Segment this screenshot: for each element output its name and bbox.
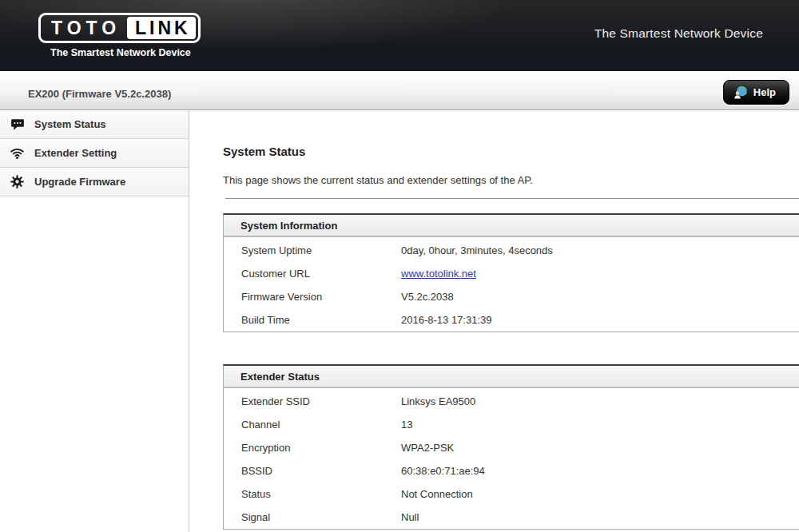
extender-status-panel: Extender Status Extender SSID Linksys EA… [223, 364, 799, 530]
table-row: Firmware Version V5.2c.2038 [224, 285, 799, 308]
row-value: 0day, 0hour, 3minutes, 4seconds [401, 244, 799, 256]
divider [225, 198, 799, 199]
table-row: Channel 13 [224, 413, 799, 436]
row-value: 2016-8-13 17:31:39 [401, 314, 799, 326]
sidebar-item-extender-setting[interactable]: Extender Setting [0, 139, 189, 168]
table-row: Signal Null [224, 506, 799, 529]
device-firmware-title: EX200 (Firmware V5.2c.2038) [28, 88, 171, 100]
logo-box: TOTO LINK [38, 13, 201, 43]
person-globe-icon [733, 85, 748, 100]
row-label: Channel [224, 419, 401, 431]
logo-toto-text: TOTO [43, 17, 127, 39]
row-value: V5.2c.2038 [401, 291, 799, 303]
row-label: BSSID [224, 465, 401, 477]
row-label: Firmware Version [224, 291, 401, 303]
header-tagline: The Smartest Network Device [594, 26, 763, 41]
chat-icon [10, 117, 25, 132]
panel-body: Extender SSID Linksys EA9500 Channel 13 … [224, 390, 799, 529]
row-label: Signal [224, 511, 401, 523]
logo-tagline: The Smartest Network Device [50, 47, 201, 58]
sidebar-item-label: Upgrade Firmware [34, 176, 125, 188]
page-title: System Status [223, 145, 799, 158]
row-label: System Uptime [224, 244, 401, 256]
table-row: Build Time 2016-8-13 17:31:39 [224, 308, 799, 332]
table-row: BSSID 60:38:e0:71:ae:94 [224, 459, 799, 482]
row-value: 13 [401, 419, 799, 431]
table-row: Customer URL www.totolink.net [224, 262, 799, 285]
row-value: Not Connection [401, 488, 799, 500]
row-value: 60:38:e0:71:ae:94 [401, 465, 799, 477]
sidebar-item-upgrade-firmware[interactable]: Upgrade Firmware [0, 168, 189, 197]
panel-body: System Uptime 0day, 0hour, 3minutes, 4se… [224, 239, 799, 332]
sidebar-nav: System Status Extender Setting [0, 110, 189, 532]
table-row: Status Not Connection [224, 482, 799, 506]
main-content: System Status This page shows the curren… [189, 110, 799, 532]
page-layout: System Status Extender Setting [0, 110, 799, 532]
row-label: Build Time [224, 314, 401, 326]
top-brand-bar: TOTO LINK The Smartest Network Device Th… [0, 0, 799, 71]
help-button[interactable]: Help [723, 80, 789, 105]
row-value: WPA2-PSK [401, 442, 799, 454]
wifi-icon [10, 145, 25, 161]
sidebar-item-label: System Status [34, 118, 106, 130]
totolink-logo: TOTO LINK The Smartest Network Device [38, 13, 201, 58]
sidebar-item-label: Extender Setting [34, 147, 117, 159]
logo-link-text: LINK [127, 17, 196, 39]
help-button-label: Help [753, 86, 776, 98]
system-information-panel: System Information System Uptime 0day, 0… [223, 213, 799, 332]
row-label: Encryption [224, 442, 401, 454]
sidebar-item-system-status[interactable]: System Status [0, 110, 189, 139]
row-label: Extender SSID [224, 395, 401, 407]
customer-url-link[interactable]: www.totolink.net [401, 268, 476, 280]
page-description: This page shows the current status and e… [223, 174, 799, 186]
row-label: Status [224, 488, 401, 500]
table-row: Extender SSID Linksys EA9500 [224, 390, 799, 413]
gear-icon [10, 174, 25, 189]
sub-header-bar: EX200 (Firmware V5.2c.2038) Help [0, 71, 799, 110]
panel-title: Extender Status [224, 366, 799, 388]
row-value: Null [401, 511, 799, 523]
table-row: System Uptime 0day, 0hour, 3minutes, 4se… [224, 239, 799, 262]
table-row: Encryption WPA2-PSK [224, 436, 799, 459]
row-label: Customer URL [224, 268, 401, 280]
row-value: Linksys EA9500 [401, 395, 799, 407]
panel-title: System Information [224, 215, 799, 237]
